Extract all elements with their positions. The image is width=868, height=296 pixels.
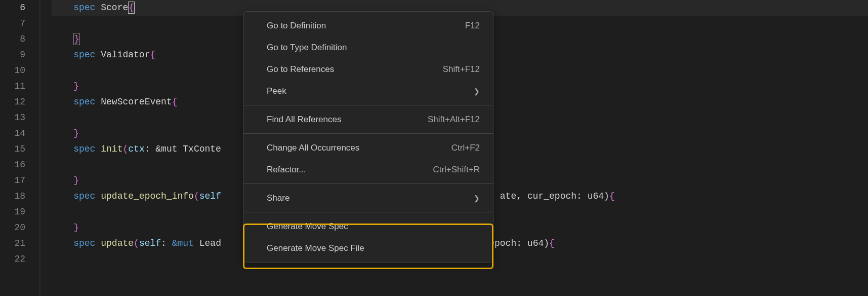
line-number: 9 xyxy=(0,47,25,63)
menu-generate-move-spec[interactable]: Generate Move Spec xyxy=(243,215,493,237)
line-number: 18 xyxy=(0,189,25,204)
line-number-gutter: 678910111213141516171819202122 xyxy=(0,0,40,296)
chevron-right-icon: ❯ xyxy=(474,87,480,95)
line-number: 16 xyxy=(0,157,25,173)
bracket-match: } xyxy=(73,33,80,45)
menu-label: Peek xyxy=(267,86,286,96)
menu-goto-type-definition[interactable]: Go to Type Definition xyxy=(243,36,493,58)
line-number: 20 xyxy=(0,220,25,236)
chevron-right-icon: ❯ xyxy=(474,194,480,202)
menu-shortcut: Shift+F12 xyxy=(443,64,480,75)
menu-label: Go to Type Definition xyxy=(267,43,347,53)
line-number: 11 xyxy=(0,79,25,94)
line-number: 19 xyxy=(0,204,25,220)
line-number: 8 xyxy=(0,31,25,47)
menu-label: Generate Move Spec xyxy=(267,221,348,232)
line-number: 14 xyxy=(0,126,25,141)
menu-label: Find All References xyxy=(267,115,341,125)
line-number: 6 xyxy=(0,0,25,16)
menu-shortcut: F12 xyxy=(465,21,480,31)
menu-label: Share xyxy=(267,193,290,203)
line-number: 10 xyxy=(0,63,25,79)
type-name: Score xyxy=(101,3,128,13)
menu-share[interactable]: Share ❯ xyxy=(243,187,493,209)
context-menu: Go to Definition F12 Go to Type Definiti… xyxy=(243,11,493,263)
menu-label: Go to Definition xyxy=(267,21,326,31)
menu-label: Go to References xyxy=(267,64,334,75)
menu-change-all-occurrences[interactable]: Change All Occurrences Ctrl+F2 xyxy=(243,137,493,159)
line-number: 13 xyxy=(0,110,25,126)
menu-label: Refactor... xyxy=(267,165,306,175)
menu-label: Change All Occurrences xyxy=(267,143,359,153)
menu-shortcut: Ctrl+F2 xyxy=(451,143,480,153)
menu-shortcut: Shift+Alt+F12 xyxy=(428,115,480,125)
line-number: 12 xyxy=(0,94,25,110)
menu-refactor[interactable]: Refactor... Ctrl+Shift+R xyxy=(243,159,493,180)
line-number: 21 xyxy=(0,236,25,251)
menu-goto-references[interactable]: Go to References Shift+F12 xyxy=(243,58,493,80)
menu-label: Generate Move Spec File xyxy=(267,243,364,253)
menu-separator xyxy=(243,105,493,105)
line-number: 7 xyxy=(0,16,25,31)
menu-find-all-references[interactable]: Find All References Shift+Alt+F12 xyxy=(243,108,493,130)
menu-separator xyxy=(243,212,493,212)
menu-separator xyxy=(243,133,493,134)
menu-separator xyxy=(243,183,493,184)
text-cursor: { xyxy=(128,2,135,14)
menu-goto-definition[interactable]: Go to Definition F12 xyxy=(243,15,493,36)
keyword-spec: spec xyxy=(73,3,95,13)
menu-generate-move-spec-file[interactable]: Generate Move Spec File xyxy=(243,237,493,259)
line-number: 22 xyxy=(0,251,25,267)
menu-shortcut: Ctrl+Shift+R xyxy=(433,165,480,175)
menu-peek[interactable]: Peek ❯ xyxy=(243,80,493,102)
line-number: 15 xyxy=(0,141,25,157)
line-number: 17 xyxy=(0,173,25,189)
